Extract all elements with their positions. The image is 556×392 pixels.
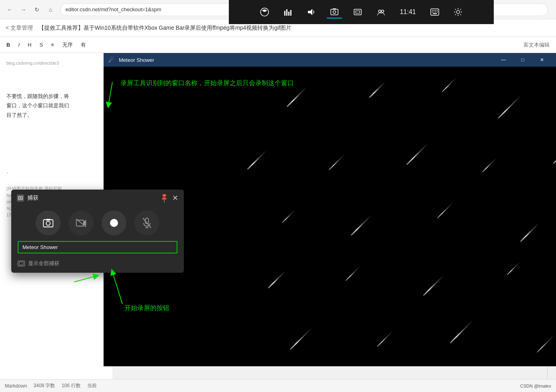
capture-no-mic-button[interactable] [134,210,159,235]
forward-button[interactable]: → [18,4,29,15]
article-para3: 目了然了。 [6,110,106,120]
svg-rect-28 [76,220,84,226]
capture-panel-title: 捕获 [27,194,160,202]
svg-point-12 [381,10,384,12]
svg-rect-9 [354,9,361,15]
svg-point-26 [46,221,50,225]
svg-point-11 [379,10,381,12]
meteor-minimize-button[interactable]: — [494,53,513,67]
svg-rect-4 [290,10,291,16]
svg-rect-17 [437,10,438,11]
gamebar-xbox-icon[interactable] [257,6,272,18]
italic-button[interactable]: I [16,41,21,49]
svg-point-24 [20,197,21,199]
home-button[interactable]: ⌂ [45,4,56,15]
line-count: 106 行数 [61,382,80,389]
meteor-23 [450,320,473,344]
meteor-10 [553,146,556,164]
meteor-9 [482,158,497,173]
gamebar-performance-icon[interactable] [280,6,295,18]
gamebar-time: 11:41 [397,7,419,17]
show-all-label: 显示全部捕获 [28,260,59,267]
gamebar-keyboard-icon[interactable] [427,7,442,17]
capture-close-button[interactable]: ✕ [172,194,178,202]
capture-show-all-button[interactable]: 显示全部捕获 [11,257,184,273]
main-content: blog.csdnimg.cn/direct/de3 不要慌，跟随我的步骤，将 … [0,53,556,379]
svg-rect-21 [437,12,438,12]
svg-rect-20 [435,12,436,12]
capture-pin-button[interactable]: 📌 [159,192,170,204]
svg-rect-27 [46,219,50,220]
nav-buttons: ← → ↻ ⌂ [4,4,56,15]
article-para2: 窗口，这个小窗口就是我们 [6,101,106,110]
capture-panel-header: 捕获 📌 ✕ [11,190,184,206]
meteor-2 [369,82,385,98]
svg-rect-23 [18,196,22,200]
capture-no-cam-button[interactable] [69,210,94,235]
meteor-maximize-button[interactable]: □ [513,53,532,67]
meteor-12 [351,215,372,236]
meteor-11 [282,210,295,223]
word-count: 3408 字数 [33,382,55,389]
gamebar-capture-icon[interactable] [327,6,342,18]
meteor-21 [290,328,312,350]
gamebar-screenshot-icon[interactable] [350,6,365,18]
article-para1: 不要慌，跟随我的步骤，将 [6,92,106,101]
capture-panel: 捕获 📌 ✕ Meteor Shower [11,190,184,273]
svg-rect-2 [286,9,287,16]
article-title: 【提效工具推荐】基于Win10系统自带软件Xbox Game Bar录屏后使用f… [39,24,291,32]
meteor-24 [537,335,554,353]
capture-screenshot-button[interactable] [36,210,61,235]
heading-button[interactable]: H [26,41,33,49]
csdn-watermark: CSDN @lmalex [520,384,551,388]
meteor-4 [498,95,521,119]
meteor-18 [423,275,444,296]
svg-rect-16 [435,10,436,11]
bold-button[interactable]: B [5,41,12,49]
meteor-8 [406,143,428,165]
meteor-close-button[interactable]: ✕ [533,53,551,67]
article-back-button[interactable]: < 文章管理 [6,24,33,32]
status-bar: Markdown 3408 字数 106 行数 当前 CSDN @lmalex [0,379,556,392]
meteor-window-title: Meteor Shower [119,57,494,63]
svg-rect-8 [333,8,336,10]
svg-marker-5 [308,9,312,15]
unordered-button[interactable]: 无序 [61,41,74,49]
meteor-window-controls: — □ ✕ [494,53,551,67]
format-label: Markdown [5,383,27,389]
editor-toolbar: B I H S ≡ 无序 有 富文本编辑 [0,37,556,53]
strikethrough-button[interactable]: S [38,41,45,49]
article-link: blog.csdnimg.cn/direct/de3 [6,59,106,67]
meteor-19 [507,262,520,275]
svg-rect-35 [19,262,23,265]
svg-rect-6 [331,9,338,15]
meteor-titlebar: ☄ Meteor Shower — □ ✕ [104,53,556,67]
meteor-14 [520,223,539,242]
list-button[interactable]: ≡ [49,41,56,49]
svg-rect-18 [432,12,433,12]
show-all-icon [18,261,25,266]
more-button[interactable]: 有 [79,41,88,49]
capture-buttons-row [11,206,184,241]
svg-rect-22 [433,13,437,14]
gamebar-social-icon[interactable] [373,6,389,18]
svg-rect-15 [434,10,434,11]
svg-rect-10 [356,11,360,13]
gamebar-overlay: 11:41 [229,0,494,24]
gamebar-settings-icon[interactable] [450,6,466,18]
svg-rect-19 [434,12,434,12]
meteor-7 [329,154,345,170]
current-status: 当前 [87,382,97,389]
article-hashline: - [6,168,106,177]
meteor-16 [268,271,286,289]
meteor-app-icon: ☄ [108,56,116,63]
capture-record-button[interactable] [102,210,126,235]
capture-target-label: Meteor Shower [18,241,177,253]
svg-rect-25 [43,220,53,227]
gamebar-audio-icon[interactable] [303,6,319,18]
meteor-3 [442,78,457,92]
meteor-22 [377,331,393,347]
reload-button[interactable]: ↻ [31,4,43,15]
meteor-1 [287,86,308,107]
back-button[interactable]: ← [4,4,15,15]
